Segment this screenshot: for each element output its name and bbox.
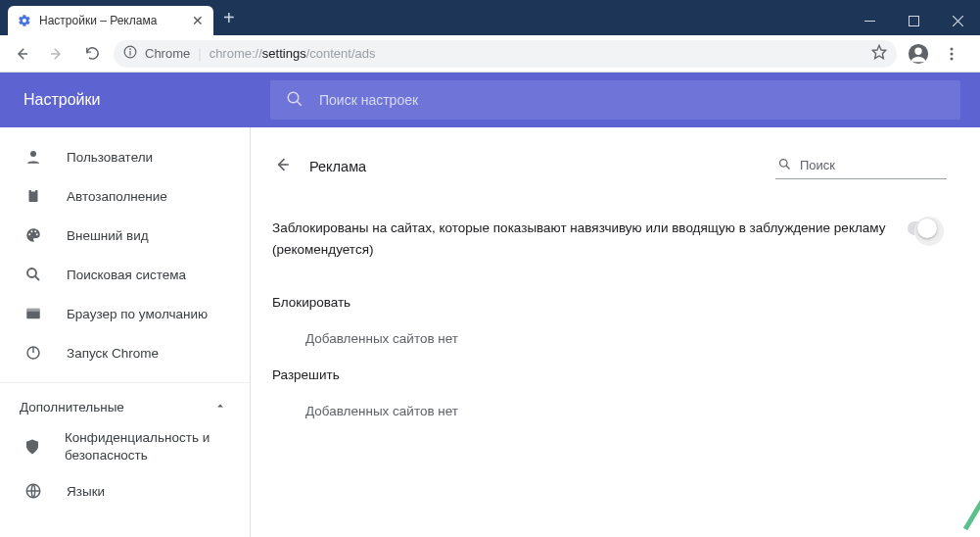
sidebar-item-languages[interactable]: Языки [0,471,250,511]
reload-button[interactable] [78,40,106,68]
sidebar-item-autofill[interactable]: Автозаполнение [0,176,250,216]
sidebar-item-search-engine[interactable]: Поисковая система [0,255,250,294]
svg-point-16 [28,233,30,235]
block-section-title: Блокировать [272,295,947,310]
svg-rect-4 [129,51,130,56]
sidebar-item-default-browser[interactable]: Браузер по умолчанию [0,294,250,333]
settings-title: Настройки [0,91,270,109]
svg-point-11 [288,92,299,103]
settings-search[interactable]: Поиск настроек [270,80,960,120]
maximize-button[interactable] [892,6,936,35]
svg-point-8 [951,47,954,50]
forward-button[interactable] [43,40,70,68]
sidebar-item-label: Конфиденциальность и безопасность [65,429,250,464]
minimize-button[interactable] [848,6,892,35]
sidebar-item-label: Внешний вид [67,228,149,243]
profile-button[interactable] [905,40,932,68]
svg-point-17 [31,230,33,232]
sidebar-item-startup[interactable]: Запуск Chrome [0,333,250,372]
content-search[interactable]: Поиск [775,155,947,179]
svg-point-3 [129,48,131,50]
sidebar-item-appearance[interactable]: Внешний вид [0,216,250,255]
svg-rect-14 [29,190,38,202]
sidebar: Пользователи Автозаполнение Внешний вид … [0,127,251,537]
window-titlebar: Настройки – Реклама ✕ + [0,0,980,35]
ads-toggle[interactable] [908,221,941,235]
allow-empty-text: Добавленных сайтов нет [305,404,947,418]
tab-title: Настройки – Реклама [39,14,184,27]
site-info-icon[interactable] [123,45,137,62]
svg-line-12 [297,101,302,106]
settings-header: Настройки Поиск настроек [0,73,980,127]
sidebar-item-privacy[interactable]: Конфиденциальность и безопасность [0,421,250,471]
svg-rect-15 [31,189,36,192]
svg-rect-23 [26,309,40,312]
search-icon [777,157,792,174]
window-controls [848,6,980,35]
sidebar-item-label: Автозаполнение [67,189,167,204]
globe-icon [23,482,43,500]
chevron-up-icon [214,400,226,415]
browser-tab[interactable]: Настройки – Реклама ✕ [8,6,213,35]
sidebar-item-users[interactable]: Пользователи [0,137,250,176]
close-icon[interactable]: ✕ [192,14,204,27]
ads-toggle-row: Заблокированы на сайтах, которые показыв… [272,204,947,273]
url-text: chrome://settings/content/ads [210,46,863,61]
back-arrow-button[interactable] [272,155,292,178]
power-icon [23,344,43,362]
sidebar-item-label: Языки [67,484,105,499]
search-icon [286,90,303,111]
star-icon[interactable] [871,44,887,63]
svg-point-7 [914,47,921,54]
svg-point-27 [780,159,788,167]
allow-section-title: Разрешить [272,367,947,382]
address-bar[interactable]: Chrome | chrome://settings/content/ads [114,40,897,68]
window-close-button[interactable] [936,6,980,35]
content-area: Реклама Поиск Заблокированы на сайтах, к… [251,127,980,537]
block-empty-text: Добавленных сайтов нет [305,331,947,346]
sidebar-advanced-toggle[interactable]: Дополнительные [0,382,250,421]
svg-rect-1 [910,16,919,25]
svg-point-19 [36,233,38,235]
sidebar-section-label: Дополнительные [20,400,124,415]
svg-marker-5 [872,45,885,58]
shield-icon [23,438,41,456]
url-scheme-label: Chrome [145,46,190,61]
clipboard-icon [23,187,43,205]
browser-toolbar: Chrome | chrome://settings/content/ads [0,35,980,73]
new-tab-button[interactable]: + [213,3,245,33]
browser-icon [23,305,43,322]
sidebar-item-label: Запуск Chrome [67,346,159,361]
svg-point-18 [34,230,36,232]
svg-rect-0 [864,21,875,22]
person-icon [23,148,43,166]
palette-icon [23,226,43,244]
content-search-placeholder: Поиск [800,158,835,172]
svg-point-20 [27,268,36,277]
svg-point-9 [951,52,954,55]
svg-line-28 [786,166,789,169]
back-button[interactable] [8,40,35,68]
gear-icon [18,14,31,27]
page-title: Реклама [309,159,758,174]
ads-toggle-label: Заблокированы на сайтах, которые показыв… [272,218,908,260]
svg-point-10 [951,57,954,60]
svg-point-13 [30,151,36,157]
search-icon [23,266,43,283]
svg-line-21 [35,276,39,280]
sidebar-item-label: Поисковая система [67,268,186,282]
svg-line-29 [965,235,980,529]
sidebar-item-label: Пользователи [67,150,153,165]
menu-button[interactable] [938,40,965,68]
sidebar-item-label: Браузер по умолчанию [67,307,208,321]
settings-search-placeholder: Поиск настроек [319,92,418,108]
